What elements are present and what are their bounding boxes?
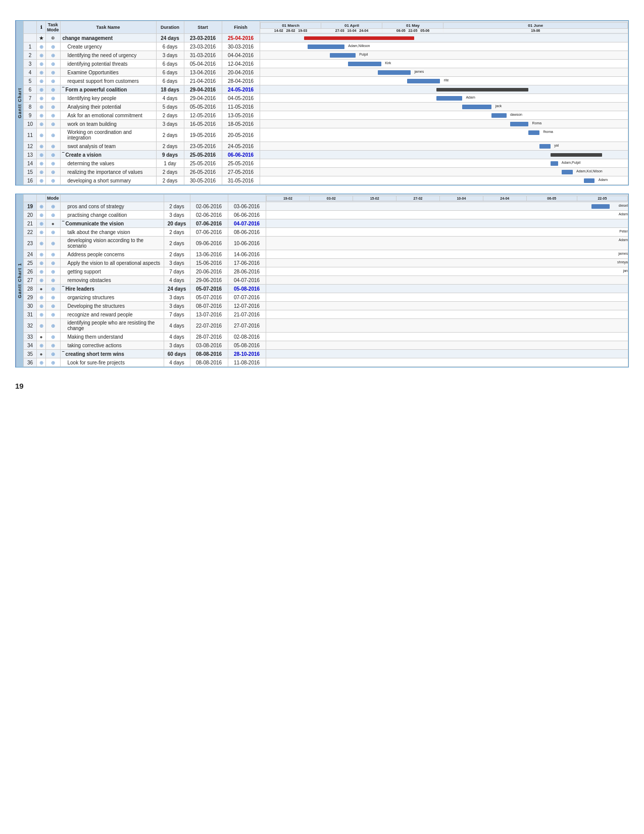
gantt-bar bbox=[510, 122, 528, 126]
row-mode: ⊕ bbox=[46, 142, 61, 151]
row-name: ‾ Form a powerful coalition bbox=[60, 85, 156, 94]
table-row: 32 ⊕ ⊕ identifying people who are resist… bbox=[24, 319, 628, 333]
gantt-label: Adam,Kol,Nilson bbox=[576, 169, 603, 173]
row-finish: 02-08-2016 bbox=[228, 333, 266, 341]
row-dur: 6 days bbox=[156, 77, 184, 85]
row-start: 29-04-2016 bbox=[184, 85, 222, 94]
row-icon: ⊕ bbox=[37, 159, 46, 168]
row-id: 4 bbox=[24, 68, 37, 77]
row-mode: ⊕ bbox=[46, 259, 61, 267]
row-start: 21-04-2016 bbox=[184, 77, 222, 85]
row-id: 21 bbox=[24, 219, 37, 228]
row-icon: ● bbox=[37, 285, 46, 293]
top-header-row: ℹ Task Mode Task Name Duration Start Fin… bbox=[24, 21, 628, 34]
b-col-dur bbox=[164, 195, 190, 202]
table-row: 26 ⊕ ⊕ getting support 7 days 20-06-2016… bbox=[24, 267, 628, 276]
table-row: 19 ⊕ ⊕ pros and cons of strategy 2 days … bbox=[24, 202, 628, 211]
row-id: 9 bbox=[24, 111, 37, 120]
row-name: recognize and reward people bbox=[60, 310, 164, 319]
row-name: practising change coalition bbox=[60, 211, 164, 219]
row-dur: 20 days bbox=[164, 219, 190, 228]
row-dur: 2 days bbox=[156, 176, 184, 185]
row-mode: ⊕ bbox=[46, 319, 61, 333]
row-icon: ⊕ bbox=[37, 293, 46, 302]
bd-5: 10-04 bbox=[439, 196, 483, 201]
date-col-3: 01 May bbox=[382, 22, 443, 28]
table-row: 27 ⊕ ⊕ removing obstacles 4 days 29-06-2… bbox=[24, 276, 628, 285]
gantt-label: Roma bbox=[532, 121, 542, 125]
row-chart bbox=[266, 350, 628, 358]
row-icon: ⊕ bbox=[37, 85, 46, 94]
row-icon: ⊕ bbox=[37, 42, 46, 51]
row-mode: ⊕ bbox=[46, 276, 61, 285]
row-id: 6 bbox=[24, 85, 37, 94]
table-row: 16 ⊕ ⊕ developing a short summary 2 days… bbox=[24, 176, 628, 185]
date-sub-2: 27-03 10-04 24-04 bbox=[321, 28, 382, 32]
row-finish: 04-05-2016 bbox=[222, 94, 260, 103]
row-chart: fhoma bbox=[260, 128, 628, 142]
b-col-info bbox=[37, 195, 46, 202]
gantt-bar bbox=[539, 144, 551, 149]
row-finish: 21-07-2016 bbox=[228, 310, 266, 319]
row-name: Ask for an emotional commitment bbox=[60, 111, 156, 120]
row-mode: ⊕ bbox=[46, 60, 61, 68]
gantt-label: Adam bbox=[619, 212, 628, 216]
gantt-label: Adam bbox=[466, 96, 475, 99]
row-mode: ⊕ bbox=[46, 103, 61, 111]
row-start: 15-06-2016 bbox=[190, 259, 228, 267]
row-mode: ⊕ bbox=[46, 42, 61, 51]
row-chart: shreya bbox=[266, 259, 628, 267]
row-dur: 3 days bbox=[164, 302, 190, 310]
row-chart: yal bbox=[260, 142, 628, 151]
row-finish: 03-06-2016 bbox=[228, 202, 266, 211]
table-row: 11 ⊕ ⊕ Working on coordination and integ… bbox=[24, 128, 628, 142]
row-dur: 5 days bbox=[156, 103, 184, 111]
row-dur: 4 days bbox=[164, 358, 190, 367]
date-col-4: 01 June bbox=[443, 22, 628, 28]
gantt-label: Pulpil bbox=[359, 53, 368, 56]
row-id: 3 bbox=[24, 60, 37, 68]
gantt-bar bbox=[348, 62, 381, 66]
bd-1: 19-02 bbox=[266, 196, 310, 201]
row-name: determing the values bbox=[60, 159, 156, 168]
row-id: 29 bbox=[24, 293, 37, 302]
row-mode: ⊕ bbox=[46, 293, 61, 302]
bd-3: 15-02 bbox=[353, 196, 397, 201]
row-chart: Kirk bbox=[260, 60, 628, 68]
row-icon: ⊕ bbox=[37, 358, 46, 367]
row-dur: 2 days bbox=[164, 202, 190, 211]
row-finish: 28-04-2016 bbox=[222, 77, 260, 85]
row-name: ‾ Communicate the vision bbox=[60, 219, 164, 228]
row-mode: ⊕ bbox=[46, 159, 61, 168]
row-dur: 3 days bbox=[156, 120, 184, 128]
table-row: 20 ⊕ ⊕ practising change coalition 3 day… bbox=[24, 211, 628, 219]
row-dur: 4 days bbox=[156, 94, 184, 103]
row-start: 03-08-2016 bbox=[190, 341, 228, 350]
row-id: 23 bbox=[24, 237, 37, 250]
row-id: 7 bbox=[24, 94, 37, 103]
row-name: Making them understand bbox=[60, 333, 164, 341]
row-finish: 31-05-2016 bbox=[222, 176, 260, 185]
gantt-label: yal bbox=[554, 144, 559, 147]
row-dur: 2 days bbox=[164, 250, 190, 259]
row-finish: 25-05-2016 bbox=[222, 159, 260, 168]
row-icon: ⊕ bbox=[37, 237, 46, 250]
row-name: Identifying the need of urgency bbox=[60, 51, 156, 60]
row-dur: 2 days bbox=[164, 228, 190, 237]
row-id: 36 bbox=[24, 358, 37, 367]
row-duration: 24 days bbox=[156, 34, 184, 42]
row-finish: 25-04-2016 bbox=[222, 34, 260, 42]
row-start: 12-05-2016 bbox=[184, 111, 222, 120]
table-row: 10 ⊕ ⊕ work on team building 3 days 16-0… bbox=[24, 120, 628, 128]
row-icon: ⊕ bbox=[37, 276, 46, 285]
row-finish: 10-06-2016 bbox=[228, 237, 266, 250]
table-row: 36 ⊕ ⊕ Look for sure-fire projects 4 day… bbox=[24, 358, 628, 367]
row-mode: ⊕ bbox=[46, 350, 61, 358]
table-row: 33 ● ⊕ Making them understand 4 days 28-… bbox=[24, 333, 628, 341]
row-dur: 2 days bbox=[164, 237, 190, 250]
date-sub-4: 19-06 bbox=[443, 28, 628, 32]
row-mode: ⊕ bbox=[46, 250, 61, 259]
row-id: 30 bbox=[24, 302, 37, 310]
row-finish: 27-07-2016 bbox=[228, 319, 266, 333]
row-dur: 6 days bbox=[156, 68, 184, 77]
